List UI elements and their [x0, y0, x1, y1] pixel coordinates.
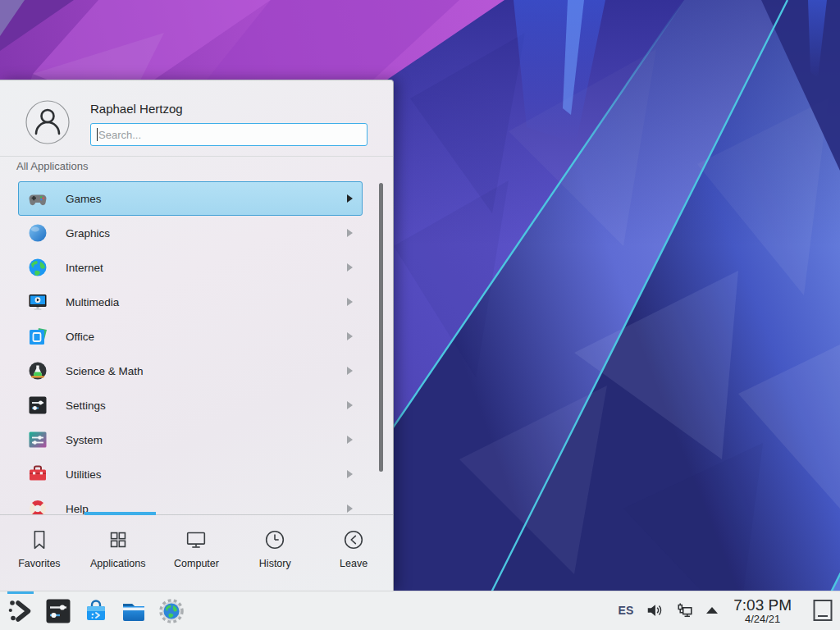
category-help[interactable]: Help: [18, 491, 363, 514]
browser-globe-icon: [158, 597, 185, 625]
text-caret: [97, 128, 98, 141]
network-icon[interactable]: [676, 601, 694, 619]
tab-label: Applications: [90, 558, 145, 569]
folder-icon: [120, 597, 148, 625]
launcher-header: Raphael Hertzog: [0, 80, 393, 157]
category-office[interactable]: Office: [18, 319, 363, 354]
sliders-color-icon: [27, 429, 48, 450]
globe-icon: [27, 257, 48, 278]
system-settings-icon: [44, 597, 72, 625]
file-manager-button[interactable]: [118, 591, 149, 630]
toolbox-icon: [27, 463, 48, 485]
discover-button[interactable]: [80, 591, 112, 630]
tab-label: History: [259, 558, 291, 569]
submenu-arrow-icon: [347, 504, 353, 513]
tab-label: Leave: [340, 558, 368, 569]
category-label: Utilities: [66, 468, 102, 481]
tab-label: Favorites: [18, 558, 60, 569]
bookmark-icon: [27, 527, 52, 552]
application-category-list: Games Graphics: [0, 176, 393, 514]
submenu-arrow-icon: [347, 194, 353, 203]
taskbar-panel: ES 7:03 PM 4/24/21: [0, 591, 840, 630]
grid-icon: [106, 527, 130, 552]
tab-favorites[interactable]: Favorites: [0, 515, 79, 591]
submenu-arrow-icon: [347, 401, 353, 409]
discover-bag-icon: [82, 597, 110, 625]
monitor-play-icon: [27, 291, 48, 313]
leave-icon: [341, 527, 366, 552]
computer-icon: [184, 527, 208, 552]
digital-clock[interactable]: 7:03 PM 4/24/21: [733, 597, 792, 625]
clock-time: 7:03 PM: [733, 597, 792, 614]
sphere-icon: [27, 222, 48, 244]
system-tray: ES 7:03 PM 4/24/21: [619, 597, 833, 625]
gamepad-icon: [27, 188, 48, 209]
category-utilities[interactable]: Utilities: [18, 457, 363, 491]
active-tab-indicator: [84, 512, 156, 515]
expand-tray-icon[interactable]: [706, 607, 718, 614]
web-browser-button[interactable]: [156, 591, 187, 630]
category-settings[interactable]: Settings: [18, 388, 363, 422]
category-internet[interactable]: Internet: [18, 250, 363, 285]
tab-computer[interactable]: Computer: [158, 515, 236, 591]
flask-icon: [27, 360, 48, 381]
section-label: All Applications: [0, 157, 393, 176]
category-label: Science & Math: [66, 365, 144, 377]
category-label: Office: [66, 331, 94, 343]
submenu-arrow-icon: [347, 436, 353, 444]
submenu-arrow-icon: [347, 470, 353, 478]
clock-date: 4/24/21: [745, 614, 780, 625]
category-label: Settings: [66, 399, 106, 412]
sliders-dark-icon: [27, 395, 48, 416]
submenu-arrow-icon: [347, 298, 353, 306]
category-label: Graphics: [66, 227, 110, 240]
system-settings-button[interactable]: [43, 591, 74, 630]
tab-leave[interactable]: Leave: [314, 515, 393, 591]
desktop: Raphael Hertzog All Applications Game: [0, 0, 840, 630]
tab-label: Computer: [174, 558, 219, 569]
category-label: Internet: [66, 262, 103, 274]
category-label: Games: [66, 193, 102, 205]
application-launcher-menu: Raphael Hertzog All Applications Game: [0, 80, 394, 591]
document-icon: [27, 326, 48, 347]
search-input[interactable]: [90, 123, 368, 146]
clock-icon: [262, 527, 287, 552]
user-name: Raphael Hertzog: [90, 102, 368, 116]
app-launcher-button[interactable]: [5, 591, 36, 630]
keyboard-layout-indicator[interactable]: ES: [619, 604, 634, 617]
kde-launcher-icon: [7, 597, 34, 625]
lifebuoy-icon: [27, 498, 48, 514]
active-task-indicator: [7, 591, 34, 594]
show-desktop-button[interactable]: [812, 597, 833, 623]
launcher-tabbar: Favorites Applications Computer: [0, 515, 393, 591]
submenu-arrow-icon: [347, 229, 353, 237]
tab-applications[interactable]: Applications: [79, 515, 158, 591]
category-multimedia[interactable]: Multimedia: [18, 285, 363, 319]
category-games[interactable]: Games: [18, 181, 363, 216]
tabbar-separator: [0, 514, 393, 515]
tab-history[interactable]: History: [235, 515, 314, 591]
category-science-math[interactable]: Science & Math: [18, 354, 363, 388]
category-system[interactable]: System: [18, 422, 363, 457]
category-label: Multimedia: [66, 296, 119, 308]
user-avatar-icon[interactable]: [25, 100, 70, 144]
volume-icon[interactable]: [646, 601, 664, 619]
category-label: System: [66, 434, 103, 446]
submenu-arrow-icon: [347, 367, 353, 375]
category-graphics[interactable]: Graphics: [18, 216, 363, 250]
submenu-arrow-icon: [347, 332, 353, 340]
submenu-arrow-icon: [347, 263, 353, 272]
list-scrollbar[interactable]: [379, 183, 383, 472]
